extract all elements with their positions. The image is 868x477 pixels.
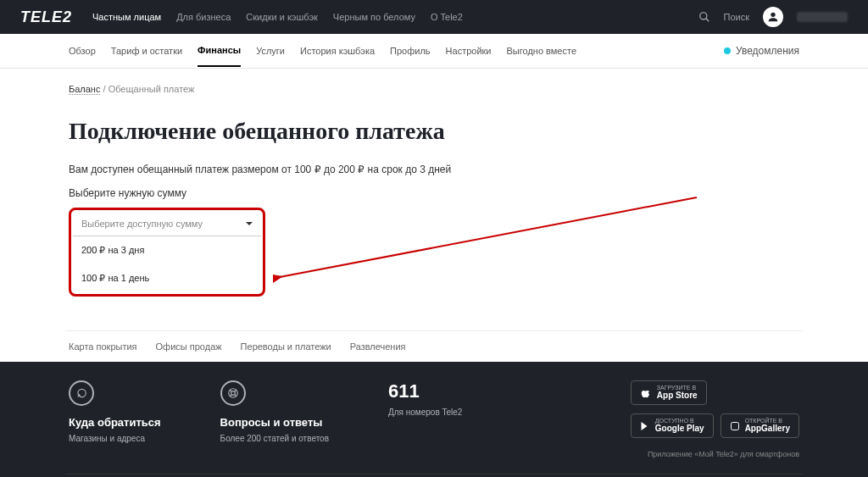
svg-rect-11 — [731, 422, 738, 430]
footer-link[interactable]: Переводы и платежи — [241, 341, 331, 352]
topnav-item[interactable]: Черным по белому — [333, 12, 415, 22]
topnav-item[interactable]: Частным лицам — [92, 12, 161, 22]
breadcrumb-current: Обещанный платеж — [108, 84, 195, 94]
dropdown-option[interactable]: 200 ₽ на 3 дня — [73, 236, 261, 264]
footer-col-apps: ЗАГРУЗИТЕ ВApp Store ДОСТУПНО ВGoogle Pl… — [631, 380, 799, 458]
appgallery-button[interactable]: ОТКРОЙТЕ ВAppGallery — [721, 413, 799, 438]
lifebuoy-icon — [220, 380, 246, 406]
sub-nav: Обзор Тариф и остатки Финансы Услуги Ист… — [65, 34, 803, 68]
search-label[interactable]: Поиск — [724, 12, 749, 22]
subnav-item[interactable]: Настройки — [446, 36, 492, 66]
appstore-button[interactable]: ЗАГРУЗИТЕ ВApp Store — [631, 380, 707, 405]
footer-link[interactable]: Офисы продаж — [156, 341, 222, 352]
svg-point-6 — [231, 391, 235, 396]
svg-point-0 — [699, 13, 706, 19]
svg-line-7 — [230, 390, 231, 391]
topnav-item[interactable]: О Tele2 — [431, 12, 463, 22]
top-right: Поиск — [698, 7, 848, 27]
subnav-wrap: Обзор Тариф и остатки Финансы Услуги Ист… — [0, 34, 868, 69]
chat-icon — [69, 380, 94, 406]
annotation-arrow-icon — [273, 194, 714, 296]
footer-col-contact: Куда обратиться Магазины и адреса — [69, 380, 161, 458]
page-title: Подключение обещанного платежа — [69, 118, 799, 145]
avatar-icon[interactable] — [763, 7, 783, 27]
dropdown-option[interactable]: 100 ₽ на 1 день — [73, 264, 261, 292]
footer-col-sub: Магазины и адреса — [69, 434, 161, 443]
notifications-label: Уведомления — [736, 45, 799, 57]
googleplay-button[interactable]: ДОСТУПНО ВGoogle Play — [631, 413, 714, 438]
svg-point-2 — [771, 13, 775, 17]
subnav-item-active[interactable]: Финансы — [198, 35, 241, 67]
top-bar: TELE2 Частным лицам Для бизнеса Скидки и… — [0, 0, 868, 34]
topnav-item[interactable]: Скидки и кэшбэк — [246, 12, 318, 22]
search-icon[interactable] — [698, 11, 710, 23]
top-nav: Частным лицам Для бизнеса Скидки и кэшбэ… — [92, 12, 698, 22]
description-text: Вам доступен обещанный платеж размером о… — [69, 164, 799, 175]
amount-dropdown-annotated: Выберите доступную сумму 200 ₽ на 3 дня … — [69, 208, 265, 297]
footer-col-phone: 611 Для номеров Tele2 — [388, 380, 462, 458]
subnav-item[interactable]: Тариф и остатки — [111, 36, 182, 66]
user-name-blurred — [797, 12, 848, 22]
dropdown-trigger[interactable]: Выберите доступную сумму — [73, 212, 261, 236]
footer-col-title: Куда обратиться — [69, 416, 161, 429]
footer-link[interactable]: Развлечения — [350, 341, 406, 352]
subnav-item[interactable]: История кэшбэка — [300, 36, 375, 66]
subnav-item[interactable]: Обзор — [69, 36, 96, 66]
breadcrumb-link[interactable]: Баланс — [69, 84, 100, 95]
svg-line-4 — [280, 197, 697, 277]
svg-line-8 — [234, 390, 236, 391]
footer-col-faq: Вопросы и ответы Более 200 статей и отве… — [220, 380, 329, 458]
dark-footer: Куда обратиться Магазины и адреса Вопрос… — [0, 362, 868, 477]
svg-line-9 — [230, 395, 231, 397]
svg-line-10 — [234, 395, 236, 397]
footer-col-title: Вопросы и ответы — [220, 416, 329, 429]
breadcrumb: Баланс / Обещанный платеж — [69, 84, 799, 94]
footer-col-sub: Более 200 статей и ответов — [220, 434, 329, 443]
notification-dot-icon — [724, 47, 731, 54]
svg-line-1 — [705, 19, 709, 22]
phone-number: 611 — [388, 380, 462, 402]
logo: TELE2 — [20, 8, 72, 26]
app-note: Приложение «Мой Tele2» для смартфонов — [631, 450, 799, 458]
footer-link[interactable]: Карта покрытия — [69, 341, 137, 352]
dark-footer-nav: Частным лицам Для бизнеса Скидки и кэшбэ… — [65, 474, 803, 477]
subnav-item[interactable]: Услуги — [256, 36, 285, 66]
field-label: Выберите нужную сумму — [69, 187, 799, 199]
topnav-item[interactable]: Для бизнеса — [176, 12, 231, 22]
footer-links-row: Карта покрытия Офисы продаж Переводы и п… — [65, 330, 803, 362]
main-content: Баланс / Обещанный платеж Подключение об… — [65, 69, 803, 330]
phone-sub: Для номеров Tele2 — [388, 408, 462, 417]
notifications-button[interactable]: Уведомления — [724, 45, 799, 57]
subnav-item[interactable]: Профиль — [390, 36, 431, 66]
subnav-item[interactable]: Выгодно вместе — [507, 36, 577, 66]
